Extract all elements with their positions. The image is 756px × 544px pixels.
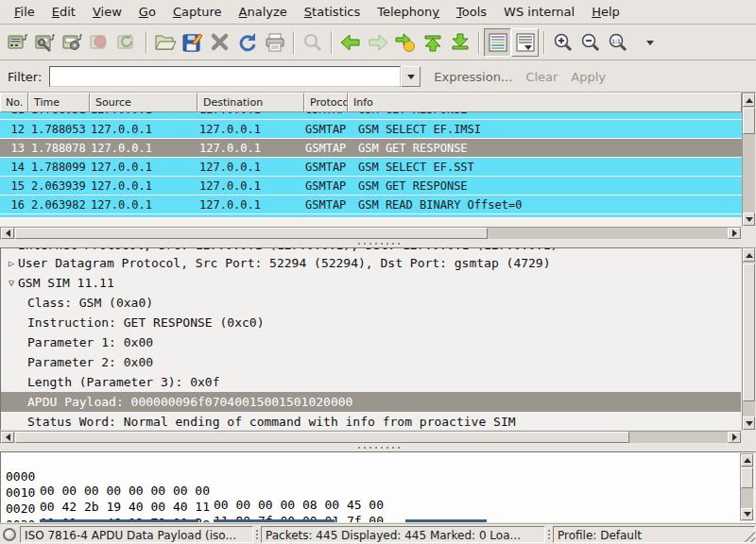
column-header-info[interactable]: Info xyxy=(348,93,742,112)
hex-vscrollbar[interactable] xyxy=(740,453,754,521)
menu-telephony[interactable]: Telephony xyxy=(369,2,448,22)
hex-row[interactable]: 0000 00 00 00 00 00 00 00 00 00 00 00 00… xyxy=(1,455,755,471)
scroll-right-button[interactable] xyxy=(728,228,741,239)
list-interfaces-button[interactable] xyxy=(4,28,31,57)
scroll-up-button[interactable] xyxy=(743,248,755,262)
column-header-protocol[interactable]: Protocol xyxy=(304,93,348,112)
scroll-down-button[interactable] xyxy=(743,212,755,226)
go-forward-button[interactable] xyxy=(364,28,391,57)
capture-stop-button[interactable] xyxy=(86,28,113,57)
cell-time: 1.788053 xyxy=(28,123,90,136)
packet-row[interactable]: 12 1.788053 127.0.0.1 127.0.0.1 GSMTAP G… xyxy=(0,119,742,138)
detail-row[interactable]: Length (Parameter 3): 0x0f xyxy=(1,372,741,392)
detail-row[interactable]: GSM SIM 11.11 xyxy=(1,273,741,293)
cell-protocol: GSMTAP xyxy=(304,112,348,116)
detail-row[interactable]: Class: GSM (0xa0) xyxy=(1,293,741,313)
packet-list-vscrollbar[interactable] xyxy=(742,93,756,227)
details-vscrollbar[interactable] xyxy=(742,247,756,431)
goto-top-button[interactable] xyxy=(419,28,446,57)
menu-tools[interactable]: Tools xyxy=(448,2,495,22)
detail-row[interactable]: Parameter 1: 0x00 xyxy=(1,332,741,352)
goto-bottom-button[interactable] xyxy=(446,28,473,57)
packet-row-partial[interactable] xyxy=(0,213,742,217)
save-file-button[interactable] xyxy=(179,28,206,57)
detail-row[interactable]: User Datagram Protocol, Src Port: 52294 … xyxy=(1,253,741,273)
menu-edit[interactable]: Edit xyxy=(43,2,84,22)
pane-splitter[interactable] xyxy=(0,444,756,451)
filter-dropdown-button[interactable] xyxy=(401,66,421,87)
menu-view[interactable]: View xyxy=(84,2,130,22)
detail-row[interactable]: Parameter 2: 0x00 xyxy=(1,352,741,372)
menu-file[interactable]: File xyxy=(6,2,43,22)
menu-ws-internal[interactable]: WS internal xyxy=(495,2,583,22)
detail-row[interactable]: Instruction: GET RESPONSE (0xc0) xyxy=(1,313,741,332)
packet-row-selected[interactable]: 13 1.788078 127.0.0.1 127.0.0.1 GSMTAP G… xyxy=(0,138,742,157)
open-file-button[interactable] xyxy=(151,28,179,57)
scroll-thumb[interactable] xyxy=(743,264,755,401)
pane-splitter[interactable] xyxy=(0,240,756,247)
find-packet-button[interactable] xyxy=(299,28,326,57)
triangle-left-icon xyxy=(6,230,10,237)
column-header-no[interactable]: No. xyxy=(0,93,28,112)
close-capture-button[interactable] xyxy=(206,28,233,57)
reload-button[interactable] xyxy=(233,28,261,57)
packet-row[interactable]: 16 2.063982 127.0.0.1 127.0.0.1 GSMTAP G… xyxy=(0,195,742,213)
status-separator[interactable] xyxy=(255,529,259,540)
cell-destination: 127.0.0.1 xyxy=(198,123,304,136)
menu-statistics[interactable]: Statistics xyxy=(296,2,369,22)
scroll-down-button[interactable] xyxy=(743,416,755,430)
print-button[interactable] xyxy=(261,28,288,57)
clear-button[interactable]: Clear xyxy=(525,70,558,84)
capture-start-button[interactable] xyxy=(59,28,86,57)
status-separator[interactable] xyxy=(547,529,551,540)
scroll-up-button[interactable] xyxy=(741,454,753,467)
scroll-left-button[interactable] xyxy=(1,228,14,239)
colorize-toggle[interactable] xyxy=(484,28,511,57)
hex-row[interactable]: 0020 00 01 cc 46 12 79 00 2e fe 41 02 04… xyxy=(1,487,755,503)
expression-button[interactable]: Expression... xyxy=(434,70,512,84)
menu-help[interactable]: Help xyxy=(583,2,628,22)
detail-row[interactable]: Status Word: Normal ending of command wi… xyxy=(1,412,741,431)
packet-bytes-pane[interactable]: 0000 00 00 00 00 00 00 00 00 00 00 00 00… xyxy=(0,451,756,523)
cell-source: 127.0.0.1 xyxy=(90,142,198,155)
hex-row[interactable]: 0030 00 00 00 00 00 00 00 00 00 00 a0 c0… xyxy=(1,503,755,519)
column-header-source[interactable]: Source xyxy=(90,93,198,112)
scroll-thumb[interactable] xyxy=(15,228,488,239)
scroll-thumb[interactable] xyxy=(743,108,755,134)
capture-options-button[interactable] xyxy=(31,28,59,57)
hex-row-partial xyxy=(405,519,487,522)
autoscroll-toggle[interactable] xyxy=(511,28,539,57)
apply-button[interactable]: Apply xyxy=(571,70,606,84)
expander-collapsed-icon[interactable] xyxy=(5,258,18,268)
column-header-time[interactable]: Time xyxy=(28,93,90,112)
hex-row[interactable]: 0010 00 42 2b 19 40 00 40 11 11 90 7f 00… xyxy=(1,471,755,487)
column-header-destination[interactable]: Destination xyxy=(198,93,304,112)
scroll-down-button[interactable] xyxy=(741,508,753,520)
details-hscrollbar[interactable] xyxy=(0,431,742,444)
expert-info-icon[interactable] xyxy=(3,528,16,541)
go-back-button[interactable] xyxy=(336,28,364,57)
menu-go[interactable]: Go xyxy=(130,2,164,22)
zoom-out-icon xyxy=(579,31,602,54)
menu-capture[interactable]: Capture xyxy=(164,2,231,22)
more-tools-button[interactable] xyxy=(631,28,659,57)
goto-packet-button[interactable] xyxy=(391,28,419,57)
scroll-left-button[interactable] xyxy=(1,432,14,443)
packet-list-hscrollbar[interactable] xyxy=(0,227,742,240)
detail-row-selected[interactable]: APDU Payload: 000000096f0704001500150102… xyxy=(1,392,741,412)
scroll-right-button[interactable] xyxy=(728,432,741,443)
scroll-up-button[interactable] xyxy=(743,94,755,107)
packet-row[interactable]: 15 2.063939 127.0.0.1 127.0.0.1 GSMTAP G… xyxy=(0,176,742,195)
packet-row-partial[interactable]: 11 1.788031 127.0.0.1 127.0.0.1 GSMTAP G… xyxy=(0,112,742,119)
capture-restart-button[interactable] xyxy=(113,28,141,57)
packet-row[interactable]: 14 1.788099 127.0.0.1 127.0.0.1 GSMTAP G… xyxy=(0,157,742,176)
zoom-in-button[interactable] xyxy=(549,28,576,57)
menu-analyze[interactable]: Analyze xyxy=(231,2,296,22)
go-back-icon xyxy=(339,31,362,54)
scroll-thumb[interactable] xyxy=(741,468,753,488)
scroll-thumb[interactable] xyxy=(15,432,629,443)
zoom-out-button[interactable] xyxy=(576,28,604,57)
filter-input[interactable] xyxy=(49,66,401,87)
zoom-100-button[interactable]: 1:1 xyxy=(604,28,631,57)
expander-expanded-icon[interactable] xyxy=(5,278,18,288)
